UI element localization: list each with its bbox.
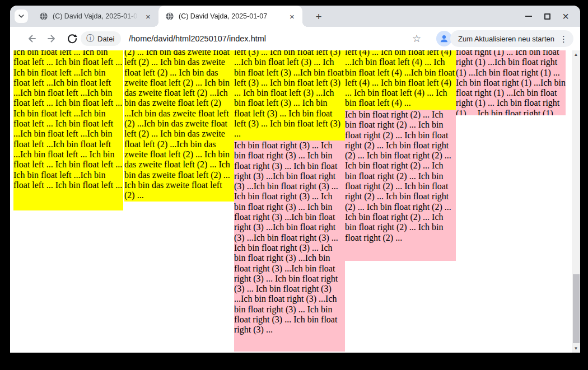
globe-icon	[39, 12, 48, 21]
reload-button[interactable]	[66, 32, 79, 45]
chip-label: Datei	[97, 35, 114, 43]
person-icon	[439, 34, 449, 44]
reload-icon	[67, 33, 78, 44]
url-scheme-chip[interactable]: ⓘ Datei	[81, 31, 121, 46]
back-button[interactable]	[25, 32, 38, 45]
restart-to-update-button[interactable]: Zum Aktualisieren neu starten ⋮	[450, 30, 573, 47]
float-left-block-2: (2) ... Ich bin das zweite float left (2…	[124, 50, 234, 202]
address-bar[interactable]: /home/david/html20250107/index.html	[129, 27, 266, 50]
restart-label: Zum Aktualisieren neu starten	[458, 35, 554, 43]
float-right-block-3: Ich bin float right (3) ... Ich bin floa…	[234, 140, 345, 352]
tab-close-icon[interactable]: ×	[143, 12, 153, 21]
page-viewport: Ich bin float left ... Ich bin float lef…	[10, 50, 580, 353]
float-left-block-3: left (3) ... Ich bin float left (3) ...I…	[234, 50, 345, 140]
window-controls: ×	[522, 6, 572, 27]
float-right-block-1: float right (1) ... Ich bin float right …	[456, 50, 566, 115]
chevron-down-icon	[17, 12, 25, 20]
new-tab-button[interactable]: +	[311, 10, 326, 24]
toolbar: ⓘ Datei /home/david/html20250107/index.h…	[10, 27, 580, 50]
tab-2-active[interactable]: (C) David Vajda, 2025-01-07 ×	[158, 6, 302, 27]
minimize-button[interactable]	[522, 10, 535, 23]
maximize-icon	[544, 13, 550, 20]
vertical-scrollbar[interactable]: ▲ ▼	[572, 50, 580, 353]
browser-window: (C) David Vajda, 2025-01-07 × (C) David …	[10, 6, 580, 353]
scroll-up-icon[interactable]: ▲	[572, 51, 580, 58]
scroll-down-icon[interactable]: ▼	[572, 345, 580, 352]
tab-1[interactable]: (C) David Vajda, 2025-01-07 ×	[32, 6, 158, 27]
info-icon: ⓘ	[86, 34, 94, 44]
menu-dots-icon: ⋮	[559, 35, 568, 43]
float-left-block-4: left (4) ... Ich bin float left (4) ...I…	[345, 50, 456, 110]
bookmark-star-icon[interactable]: ☆	[410, 32, 423, 45]
tab-title: (C) David Vajda, 2025-01-07	[53, 12, 139, 20]
profile-avatar[interactable]	[436, 31, 452, 46]
float-right-block-2: Ich bin float right (2) ... Ich bin floa…	[345, 110, 456, 261]
back-arrow-icon	[26, 33, 37, 44]
close-button[interactable]: ×	[559, 10, 572, 23]
globe-icon	[165, 12, 174, 21]
minimize-icon	[525, 16, 532, 17]
tab-strip: (C) David Vajda, 2025-01-07 × (C) David …	[10, 6, 580, 27]
tab-search-button[interactable]	[15, 10, 28, 23]
forward-arrow-icon	[46, 33, 58, 44]
tab-close-icon[interactable]: ×	[287, 12, 297, 21]
maximize-button[interactable]	[540, 10, 554, 23]
forward-button[interactable]	[45, 32, 59, 45]
tab-title: (C) David Vajda, 2025-01-07	[179, 12, 283, 20]
float-left-block-1: Ich bin float left ... Ich bin float lef…	[13, 50, 123, 210]
scrollbar-thumb[interactable]	[573, 274, 580, 343]
